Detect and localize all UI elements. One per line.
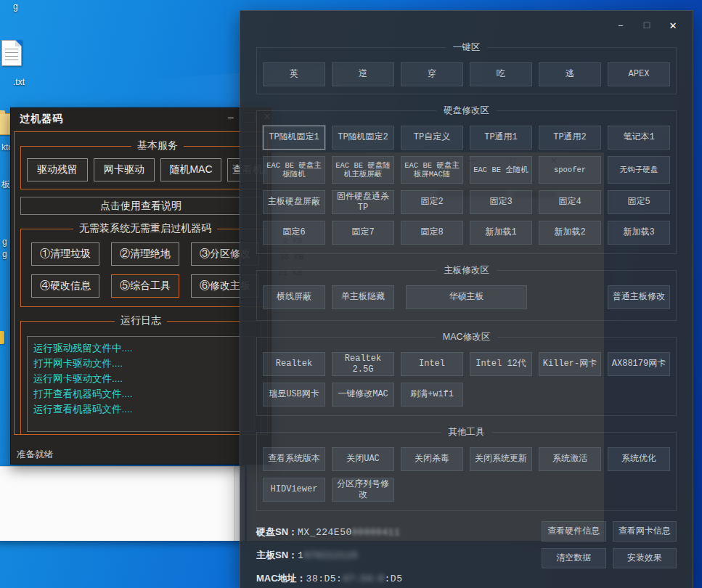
clean-pubg-button[interactable]: ②清理绝地 bbox=[111, 242, 179, 266]
window-guojiqima: 过机器码 – ✕ 基本服务 驱动残留 网卡驱动 随机MAC 查看机器码 点击使用… bbox=[10, 107, 272, 465]
mac-address-label: MAC地址： bbox=[256, 572, 306, 585]
log-line: 运行查看机器码文件.... bbox=[33, 401, 248, 417]
system-activate-button[interactable]: 系统激活 bbox=[539, 447, 601, 471]
intel-button[interactable]: Intel bbox=[401, 352, 463, 376]
tp-general1-button[interactable]: TP通用1 bbox=[470, 126, 532, 150]
window-toolbox: – □ ✕ 一键区 英 逆 穿 吃 逃 APEX 硬盘修改区 TP随机固定1 T… bbox=[240, 10, 693, 588]
right-window-titlebar[interactable]: – □ ✕ bbox=[240, 11, 693, 41]
newload2-button[interactable]: 新加载2 bbox=[539, 221, 601, 245]
combined-tools-button[interactable]: ⑤综合工具 bbox=[111, 274, 179, 298]
tp-general2-button[interactable]: TP通用2 bbox=[539, 126, 601, 150]
oneclick-chuan-button[interactable]: 穿 bbox=[401, 62, 463, 86]
firmware-disk-tp-button[interactable]: 固件硬盘通杀TP bbox=[332, 190, 394, 214]
notebook1-button[interactable]: 笔记本1 bbox=[608, 126, 670, 150]
line-hide-button[interactable]: 横线屏蔽 bbox=[263, 285, 325, 309]
normal-board-modify-button[interactable]: 普通主板修改 bbox=[608, 285, 670, 309]
hard-modify-info-button[interactable]: ④硬改信息 bbox=[31, 274, 99, 298]
desktop-icon-label[interactable]: g bbox=[13, 1, 18, 12]
group-oneclick: 一键区 英 逆 穿 吃 逃 APEX bbox=[256, 41, 677, 94]
disk-sn-row: 硬盘SN： MX_224E50 00000411 bbox=[256, 526, 542, 539]
view-nic-info-button[interactable]: 查看网卡信息 bbox=[613, 521, 677, 542]
view-system-version-button[interactable]: 查看系统版本 bbox=[263, 447, 325, 471]
oneclick-ying-button[interactable]: 英 bbox=[263, 62, 325, 86]
group-mac-modify: MAC修改区 Realtek Realtek 2.5G Intel Intel … bbox=[256, 331, 677, 416]
fixed3-button[interactable]: 固定3 bbox=[470, 190, 532, 214]
desktop-icon-label[interactable]: 板 bbox=[1, 179, 10, 191]
realtek-usb-nic-button[interactable]: 瑞昱USB网卡 bbox=[263, 383, 325, 407]
board-disk-hide-button[interactable]: 主板硬盘屏蔽 bbox=[263, 190, 325, 214]
status-bar: 准备就绪 bbox=[17, 449, 53, 461]
ax88179-nic-button[interactable]: AX88179网卡 bbox=[608, 352, 670, 376]
nic-driver-button[interactable]: 网卡驱动 bbox=[94, 158, 155, 181]
run-log-box[interactable]: 运行驱动残留文件中.... 打开网卡驱动文件.... 运行网卡驱动文件.... … bbox=[27, 336, 255, 432]
usage-help-button[interactable]: 点击使用查看说明 bbox=[20, 197, 261, 215]
hidviewer-button[interactable]: HIDViewer bbox=[263, 478, 325, 502]
realtek-button[interactable]: Realtek bbox=[263, 352, 325, 376]
oneclick-tao-button[interactable]: 逃 bbox=[539, 62, 601, 86]
killer-nic-button[interactable]: Killer-网卡 bbox=[539, 352, 601, 376]
maximize-button[interactable]: □ bbox=[639, 18, 655, 33]
group-title: 基本服务 bbox=[131, 139, 184, 152]
close-button[interactable]: ✕ bbox=[665, 18, 681, 33]
fixed4-button[interactable]: 固定4 bbox=[539, 190, 601, 214]
group-other-tools: 其他工具 查看系统版本 关闭UAC 关闭杀毒 关闭系统更新 系统激活 系统优化 … bbox=[256, 426, 677, 511]
log-line: 打开网卡驱动文件.... bbox=[33, 356, 248, 371]
clear-data-button[interactable]: 清空数据 bbox=[542, 548, 606, 568]
desktop-icon-label[interactable]: g bbox=[2, 237, 7, 247]
fixed7-button[interactable]: 固定7 bbox=[332, 221, 394, 245]
single-board-hide-button[interactable]: 单主板隐藏 bbox=[332, 285, 394, 309]
tp-custom-button[interactable]: TP自定义 bbox=[401, 126, 463, 150]
disk-sn-value: MX_224E50 bbox=[298, 527, 352, 538]
install-effect-button[interactable]: 安装效果 bbox=[613, 548, 677, 568]
view-hardware-info-button[interactable]: 查看硬件信息 bbox=[542, 521, 606, 542]
board-sn-value: 1 bbox=[298, 550, 303, 561]
disable-antivirus-button[interactable]: 关闭杀毒 bbox=[401, 447, 463, 471]
disk-sn-redacted: 00000411 bbox=[352, 527, 400, 538]
spoofer-button[interactable]: spoofer bbox=[539, 156, 601, 184]
left-window-titlebar[interactable]: 过机器码 – ✕ bbox=[11, 108, 271, 130]
text-file-label[interactable]: .txt bbox=[13, 77, 25, 87]
minimize-button[interactable]: – bbox=[223, 111, 239, 123]
footer-info: 硬盘SN： MX_224E50 00000411 主板SN： 1 0702121… bbox=[256, 521, 677, 588]
desktop-icon[interactable] bbox=[0, 331, 4, 344]
text-file-icon[interactable] bbox=[1, 40, 22, 66]
realtek-25g-button[interactable]: Realtek 2.5G bbox=[332, 352, 394, 376]
board-sn-label: 主板SN： bbox=[256, 549, 298, 562]
oneclick-ni-button[interactable]: 逆 bbox=[332, 62, 394, 86]
partition-serial-modify-button[interactable]: 分区序列号修改 bbox=[332, 478, 394, 502]
asus-board-button[interactable]: 华硕主板 bbox=[406, 285, 527, 309]
flash-wifi-button[interactable]: 刷满+wifi bbox=[401, 383, 463, 407]
oneclick-modify-mac-button[interactable]: 一键修改MAC bbox=[332, 383, 394, 407]
oneclick-apex-button[interactable]: APEX bbox=[608, 62, 670, 86]
tp-random-fixed1-button[interactable]: TP随机固定1 bbox=[263, 126, 325, 150]
newload1-button[interactable]: 新加载1 bbox=[470, 221, 532, 245]
left-window-controls: – ✕ bbox=[11, 111, 271, 127]
group-title: MAC修改区 bbox=[436, 331, 497, 343]
minimize-button[interactable]: – bbox=[613, 18, 629, 33]
disable-update-button[interactable]: 关闭系统更新 bbox=[470, 447, 532, 471]
driver-residue-button[interactable]: 驱动残留 bbox=[27, 158, 88, 181]
tp-random-fixed2-button[interactable]: TP随机固定2 bbox=[332, 126, 394, 150]
system-optimize-button[interactable]: 系统优化 bbox=[608, 447, 670, 471]
clean-junk-button[interactable]: ①清理垃圾 bbox=[31, 242, 99, 266]
group-title: 硬盘修改区 bbox=[436, 105, 497, 117]
fixed6-button[interactable]: 固定6 bbox=[263, 221, 325, 245]
eac-be-disk-board-mac-random-button[interactable]: EAC BE 硬盘主板屏MAC随 bbox=[401, 156, 463, 184]
board-sn-redacted: 070212115 bbox=[303, 550, 358, 561]
random-mac-button[interactable]: 随机MAC bbox=[160, 158, 221, 181]
eac-be-disk-board-random-button[interactable]: EAC BE 硬盘主板随机 bbox=[263, 156, 325, 184]
eac-be-disk-random-board-hide-button[interactable]: EAC BE 硬盘随机主板屏蔽 bbox=[332, 156, 394, 184]
fixed2-button[interactable]: 固定2 bbox=[401, 190, 463, 214]
group-basic-services: 基本服务 驱动残留 网卡驱动 随机MAC 查看机器码 bbox=[20, 139, 268, 189]
disable-uac-button[interactable]: 关闭UAC bbox=[332, 447, 394, 471]
log-line: 运行驱动残留文件中.... bbox=[33, 340, 248, 356]
no-hook-disk-button[interactable]: 无钩子硬盘 bbox=[608, 156, 670, 184]
eac-be-all-random-button[interactable]: EAC BE 全随机 bbox=[470, 156, 532, 184]
oneclick-chi-button[interactable]: 吃 bbox=[470, 62, 532, 86]
mac-address-redacted: 47:34:8 bbox=[342, 573, 384, 584]
fixed5-button[interactable]: 固定5 bbox=[608, 190, 670, 214]
intel-12gen-button[interactable]: Intel 12代 bbox=[470, 352, 532, 376]
fixed8-button[interactable]: 固定8 bbox=[401, 221, 463, 245]
desktop-icon-label[interactable]: g bbox=[2, 249, 7, 259]
newload3-button[interactable]: 新加载3 bbox=[608, 221, 670, 245]
